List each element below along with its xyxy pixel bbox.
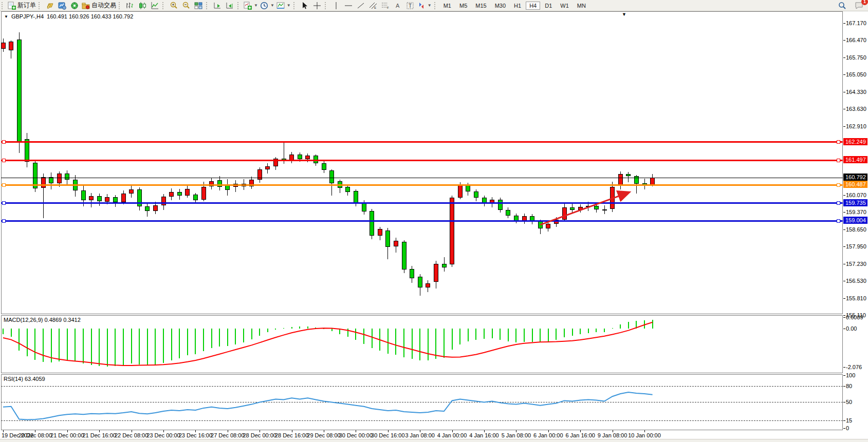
time-axis-label[interactable]: 6 Jan 00:00 xyxy=(533,432,563,438)
templates-button[interactable]: ▼ xyxy=(275,1,292,10)
time-axis-label[interactable]: 4 Jan 00:00 xyxy=(437,432,467,438)
bar-chart-mode-button[interactable] xyxy=(124,1,136,10)
main-price-panel[interactable] xyxy=(1,11,843,314)
line-handle[interactable] xyxy=(837,219,840,223)
line-handle[interactable] xyxy=(2,219,6,223)
time-axis-label[interactable]: 29 Dec 08:00 xyxy=(307,432,340,438)
navigator-button[interactable] xyxy=(68,1,81,10)
line-handle[interactable] xyxy=(837,183,840,187)
price-axis-tick-label[interactable]: 160.070 xyxy=(846,192,866,198)
price-axis-tick-label[interactable]: 167.170 xyxy=(846,20,866,26)
time-axis-label[interactable]: 3 Jan 08:00 xyxy=(405,432,435,438)
line-chart-mode-button[interactable] xyxy=(149,1,161,10)
time-axis-label[interactable]: 23 Dec 16:00 xyxy=(179,432,212,438)
price-axis-tick-label[interactable]: 166.470 xyxy=(846,37,866,43)
candle-body xyxy=(410,269,414,278)
horizontal-line[interactable] xyxy=(1,141,843,143)
indicators-button[interactable]: ▼ xyxy=(243,1,259,10)
notifications-button[interactable]: 1 xyxy=(853,1,865,10)
market-watch-button[interactable] xyxy=(56,1,68,10)
crosshair-tool-button[interactable] xyxy=(311,1,323,10)
timeframe-mn[interactable]: MN xyxy=(574,2,589,10)
time-axis-label[interactable]: 23 Dec 00:00 xyxy=(146,432,180,438)
price-axis-tick-label[interactable]: 158.650 xyxy=(846,226,866,233)
time-axis-label[interactable]: 30 Dec 00:00 xyxy=(339,432,373,438)
autotrading-button[interactable]: 自动交易 xyxy=(81,1,117,10)
timeframe-h4[interactable]: H4 xyxy=(526,2,540,10)
time-axis-label[interactable]: 10 Jan 00:00 xyxy=(628,432,661,438)
time-axis-label[interactable]: 6 Jan 16:00 xyxy=(565,432,595,438)
price-axis-tick-label[interactable]: 157.230 xyxy=(846,261,866,267)
time-axis-label[interactable]: 21 Dec 16:00 xyxy=(82,432,116,438)
horizontal-line[interactable] xyxy=(1,160,843,161)
price-axis-tick-label[interactable]: 156.530 xyxy=(846,278,866,284)
candle-body xyxy=(225,185,230,190)
macd-histogram-bar xyxy=(572,329,573,336)
arrows-tool-button[interactable]: ▼ xyxy=(416,1,433,10)
chart-shift-button[interactable] xyxy=(224,1,236,10)
vertical-line-tool-button[interactable] xyxy=(330,1,342,10)
cursor-tool-button[interactable] xyxy=(299,1,311,10)
rsi-panel[interactable] xyxy=(1,374,843,430)
time-axis-label[interactable]: 21 Dec 00:00 xyxy=(50,432,84,438)
line-handle[interactable] xyxy=(837,140,840,144)
new-order-button[interactable]: 新订单 xyxy=(7,1,37,10)
price-axis-tick-label[interactable]: 164.330 xyxy=(846,89,866,95)
price-axis-tick-label[interactable]: 155.810 xyxy=(846,295,866,301)
timeframe-m30[interactable]: M30 xyxy=(491,2,509,10)
horizontal-line[interactable] xyxy=(1,220,843,222)
price-axis-tick-label[interactable]: 162.910 xyxy=(846,123,866,129)
price-axis-tick xyxy=(843,40,845,41)
time-axis-label[interactable]: 9 Jan 08:00 xyxy=(598,432,627,438)
macd-histogram-bar xyxy=(604,329,605,332)
time-axis-label[interactable]: 5 Jan 08:00 xyxy=(502,432,531,438)
horizontal-line[interactable] xyxy=(1,202,843,204)
zoom-out-button[interactable] xyxy=(180,1,192,10)
line-handle[interactable] xyxy=(2,159,6,162)
horizontal-line-tool-button[interactable] xyxy=(342,1,355,10)
price-axis-tick-label[interactable]: 163.630 xyxy=(846,106,866,112)
text-tool-button[interactable]: A xyxy=(392,1,404,10)
candle-body xyxy=(169,192,174,197)
candle-chart-mode-button[interactable] xyxy=(136,1,149,10)
macd-panel[interactable] xyxy=(1,315,843,373)
toolbar-grip xyxy=(39,2,42,9)
chart-profiles-button[interactable] xyxy=(44,1,56,10)
fibonacci-tool-button[interactable]: F xyxy=(379,1,392,10)
timeframe-h1[interactable]: H1 xyxy=(510,2,525,10)
tile-windows-button[interactable] xyxy=(192,1,205,10)
search-button[interactable] xyxy=(836,1,848,10)
time-axis-label[interactable]: 22 Dec 08:00 xyxy=(115,432,148,438)
timeframe-m15[interactable]: M15 xyxy=(472,2,490,10)
line-handle[interactable] xyxy=(2,201,6,205)
line-handle[interactable] xyxy=(837,201,840,205)
text-label-tool-button[interactable]: T xyxy=(404,1,416,10)
timeframe-w1[interactable]: W1 xyxy=(557,2,572,10)
time-axis-label[interactable]: 27 Dec 08:00 xyxy=(211,432,244,438)
timeframe-d1[interactable]: D1 xyxy=(541,2,556,10)
price-axis-tick-label[interactable]: 165.750 xyxy=(846,54,866,61)
symbol-dropdown-icon[interactable]: ▼ xyxy=(4,14,8,19)
timeframe-m1[interactable]: M1 xyxy=(440,2,455,10)
time-axis-label[interactable]: 28 Dec 00:00 xyxy=(243,432,276,438)
timeframe-m5[interactable]: M5 xyxy=(456,2,471,10)
price-axis-tick-label[interactable]: 157.950 xyxy=(846,243,866,249)
channel-tool-button[interactable]: E xyxy=(367,1,379,10)
templates-icon xyxy=(276,2,285,10)
auto-scroll-button[interactable] xyxy=(211,1,224,10)
line-handle[interactable] xyxy=(837,159,840,162)
time-axis-label[interactable]: 20 Dec 08:00 xyxy=(19,432,52,438)
time-axis-label[interactable]: 28 Dec 16:00 xyxy=(275,432,308,438)
time-axis-label[interactable]: 30 Dec 16:00 xyxy=(371,432,404,438)
price-axis-tick-label[interactable]: 159.370 xyxy=(846,209,866,215)
trendline-tool-button[interactable] xyxy=(355,1,367,10)
price-axis-tick-label[interactable]: 165.050 xyxy=(846,71,866,78)
chart-shift-marker[interactable]: ▼ xyxy=(622,12,626,17)
line-handle[interactable] xyxy=(2,140,6,144)
time-axis-label[interactable]: 4 Jan 16:00 xyxy=(469,432,499,438)
periods-button[interactable]: ▼ xyxy=(259,1,275,10)
line-handle[interactable] xyxy=(2,183,6,187)
horizontal-line[interactable] xyxy=(1,184,843,186)
zoom-in-button[interactable] xyxy=(168,1,180,10)
toolbar-grip xyxy=(237,2,241,9)
